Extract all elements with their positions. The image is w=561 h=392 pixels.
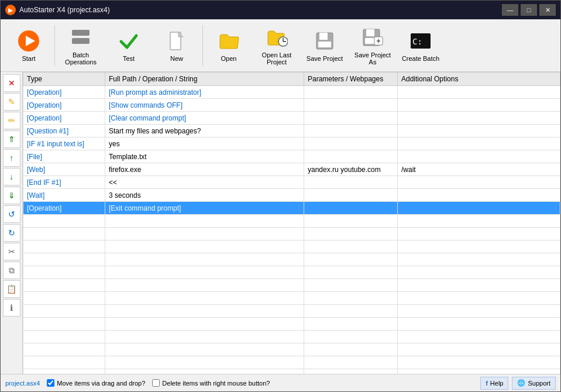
side-btn-edit[interactable]: ✎ (3, 93, 20, 111)
table-row[interactable]: [End IF #1] << (23, 176, 560, 189)
drag-drop-label: Move items via drag and drop? (57, 380, 145, 387)
toolbar-btn-save-project[interactable]: Save Project (301, 22, 348, 69)
cell-params (304, 176, 398, 189)
cell-type: [Operation] (23, 112, 105, 125)
toolbar-btn-open[interactable]: Open (205, 22, 252, 69)
table-area: Type Full Path / Operation / String Para… (23, 72, 560, 374)
cell-type: [End IF #1] (23, 176, 105, 189)
side-btn-copy[interactable]: ⧉ (3, 262, 20, 279)
minimize-button[interactable]: — (502, 4, 518, 16)
cell-params (304, 150, 398, 163)
table-header-row: Type Full Path / Operation / String Para… (23, 73, 560, 86)
toolbar-btn-label-open: Open (221, 55, 237, 62)
status-filename: project.asx4 (5, 380, 40, 387)
toolbar-btn-label-test: Test (123, 55, 135, 62)
col-type: Type (23, 73, 105, 86)
side-btn-up-end[interactable]: ⇑ (3, 130, 20, 148)
cell-options: /wait (398, 163, 560, 176)
side-toolbar: ✕✎✏⇑↑↓⇓↺↻✂⧉📋ℹ (1, 72, 23, 374)
cell-type: [IF #1 input text is] (23, 137, 105, 150)
table-row-empty (23, 318, 560, 331)
toolbar-btn-label-batch-operations: Batch Operations (60, 51, 101, 66)
cell-options (398, 202, 560, 215)
table-body: [Operation] [Run prompt as administrator… (23, 86, 560, 374)
cell-path: Start my files and webpages? (105, 125, 304, 137)
toolbar-btn-new[interactable]: New (153, 22, 200, 69)
cell-params (304, 202, 398, 215)
table-row[interactable]: [Question #1] Start my files and webpage… (23, 125, 560, 137)
new-doc-icon (165, 29, 188, 53)
cell-options (398, 86, 560, 99)
side-btn-paste[interactable]: 📋 (3, 280, 20, 298)
table-row-empty (23, 343, 560, 356)
drag-drop-checkbox[interactable] (47, 379, 54, 387)
app-window: ▶ AutoStarter X4 (project.asx4) — □ ✕ St… (0, 0, 561, 392)
help-label: Help (490, 380, 504, 387)
cell-type: [Wait] (23, 189, 105, 202)
toolbar-btn-create-batch[interactable]: C: Create Batch (397, 22, 444, 69)
toolbar-btn-label-open-last: Open Last Project (256, 51, 297, 66)
svg-text:C:: C: (412, 37, 422, 46)
cell-params (304, 112, 398, 125)
toolbar-btn-test[interactable]: Test (105, 22, 152, 69)
table-row-empty (23, 369, 560, 374)
side-btn-delete[interactable]: ✕ (3, 74, 20, 92)
close-button[interactable]: ✕ (539, 4, 556, 16)
title-bar-title: AutoStarter X4 (project.asx4) (19, 6, 110, 14)
table-row[interactable]: [Operation] [Exit command prompt] (23, 202, 560, 215)
col-options: Additional Options (398, 73, 560, 86)
globe-icon: 🌐 (517, 379, 525, 387)
svg-rect-3 (72, 38, 90, 44)
side-btn-down-end[interactable]: ⇓ (3, 187, 20, 204)
cell-type: [Web] (23, 163, 105, 176)
maximize-button[interactable]: □ (521, 4, 537, 16)
table-row[interactable]: [Operation] [Run prompt as administrator… (23, 86, 560, 99)
side-btn-scissors[interactable]: ✂ (3, 243, 20, 260)
folder-open-icon (217, 29, 240, 53)
toolbar-btn-label-save-project: Save Project (307, 55, 343, 62)
toolbar-btn-start[interactable]: Start (5, 22, 52, 69)
toolbar-divider-4 (202, 25, 203, 66)
table-row[interactable]: [Wait] 3 seconds (23, 189, 560, 202)
table-row[interactable]: [File] Template.txt (23, 150, 560, 163)
side-btn-refresh[interactable]: ↺ (3, 205, 20, 223)
table-row-empty (23, 331, 560, 343)
play-icon (17, 29, 40, 53)
side-btn-up[interactable]: ↑ (3, 149, 20, 167)
table-row[interactable]: [Operation] [Show commands OFF] (23, 99, 560, 112)
table-row[interactable]: [Operation] [Clear command prompt] (23, 112, 560, 125)
operations-table: Type Full Path / Operation / String Para… (23, 72, 560, 374)
cell-path: [Show commands OFF] (105, 99, 304, 112)
help-button[interactable]: f Help (480, 377, 508, 390)
table-row[interactable]: [IF #1 input text is] yes (23, 137, 560, 150)
batch-icon (69, 26, 92, 49)
side-btn-down[interactable]: ↓ (3, 168, 20, 185)
delete-right-group: Delete items with right mouse button? (152, 379, 270, 387)
cell-path: yes (105, 137, 304, 150)
cell-params (304, 189, 398, 202)
delete-right-checkbox[interactable] (152, 379, 160, 387)
side-btn-info[interactable]: ℹ (3, 299, 20, 317)
svg-rect-13 (366, 29, 374, 36)
cell-options (398, 150, 560, 163)
toolbar-btn-open-last[interactable]: Open Last Project (253, 22, 300, 69)
toolbar-btn-save-project-as[interactable]: Save Project As (349, 22, 396, 69)
cell-type: [File] (23, 150, 105, 163)
support-button[interactable]: 🌐 Support (512, 377, 556, 390)
cell-options (398, 125, 560, 137)
svg-rect-10 (319, 33, 328, 40)
drag-drop-group: Move items via drag and drop? (47, 379, 145, 387)
cell-path: [Clear command prompt] (105, 112, 304, 125)
cmd-icon: C: (409, 29, 432, 53)
toolbar-btn-batch-operations[interactable]: Batch Operations (57, 22, 104, 69)
col-params: Parameters / Webpages (304, 73, 398, 86)
toolbar-btn-label-new: New (170, 55, 183, 62)
status-right: f Help 🌐 Support (480, 377, 556, 390)
col-path: Full Path / Operation / String (105, 73, 304, 86)
title-bar-controls: — □ ✕ (502, 4, 556, 16)
cell-path: [Exit command prompt] (105, 202, 304, 215)
side-btn-pencil2[interactable]: ✏ (3, 112, 20, 129)
cell-params (304, 125, 398, 137)
table-row[interactable]: [Web] firefox.exe yandex.ru youtube.com … (23, 163, 560, 176)
side-btn-loop[interactable]: ↻ (3, 224, 20, 242)
